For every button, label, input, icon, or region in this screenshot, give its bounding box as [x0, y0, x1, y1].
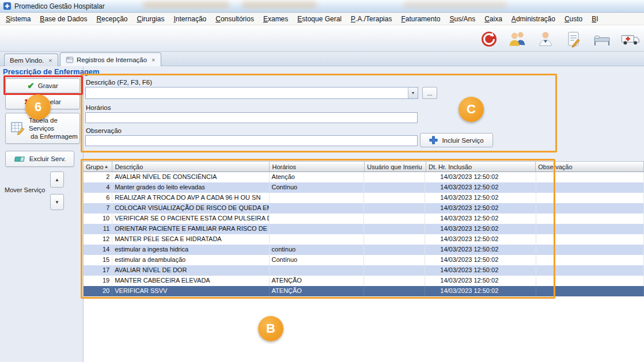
annotation-orange-box-form	[81, 74, 557, 153]
hospital-bed-icon[interactable]	[592, 29, 612, 49]
menubar: SistemaBase de DadosRecepçãoCirurgiasInt…	[0, 13, 644, 25]
app-icon	[3, 2, 12, 10]
table-icon	[10, 121, 25, 136]
menu-item-p-a-terapias[interactable]: P.A./Terapias	[346, 13, 396, 25]
excluir-servico-button[interactable]: Excluir Serv.	[5, 151, 74, 167]
menu-item-custo[interactable]: Custo	[560, 13, 587, 25]
patients-group-icon[interactable]	[507, 29, 528, 49]
menu-item-administra-o[interactable]: Administração	[507, 13, 560, 25]
menu-item-sus-ans[interactable]: Sus/Ans	[445, 13, 480, 25]
menu-item-caixa[interactable]: Caixa	[480, 13, 507, 25]
annotation-step-badge: 6	[25, 94, 51, 120]
excluir-servico-label: Excluir Serv.	[29, 155, 66, 162]
ambulance-icon[interactable]	[620, 29, 641, 49]
menu-item-estoque-geral[interactable]: Estoque Geral	[293, 13, 346, 25]
prescription-icon[interactable]	[563, 29, 584, 49]
tab-label: Registros de Internação	[77, 56, 147, 63]
registros-tab-icon	[66, 56, 74, 64]
menu-item-cirurgias[interactable]: Cirurgias	[132, 13, 169, 25]
move-down-button[interactable]: ▼	[50, 194, 64, 210]
tab-close-icon[interactable]: ×	[48, 57, 52, 64]
tab-bem-vindo[interactable]: Bem Vindo. ×	[4, 54, 58, 66]
annotation-label-c: C	[459, 97, 484, 122]
doctor-icon[interactable]	[535, 29, 556, 49]
tab-label: Bem Vindo.	[10, 57, 44, 64]
menu-item-exames[interactable]: Exames	[259, 13, 293, 25]
menu-item-consult-rios[interactable]: Consultórios	[211, 13, 259, 25]
annotation-red-box	[3, 75, 83, 95]
sync-icon[interactable]	[479, 29, 499, 49]
menu-item-interna-o[interactable]: Internação	[169, 13, 211, 25]
redacted-smudge	[143, 2, 229, 8]
arrow-down-icon: ▼	[55, 200, 59, 205]
annotation-label-b: B	[258, 316, 283, 341]
titlebar: Promedico Gestão Hospitalar	[0, 0, 644, 13]
menu-item-sistema[interactable]: Sistema	[1, 13, 35, 25]
redacted-smudge	[403, 2, 507, 8]
mover-servico-label: Mover Serviço	[5, 186, 45, 193]
tabela-servicos-label: Tabela de Serviços da Enfermagem	[29, 116, 79, 140]
window-title: Promedico Gestão Hospitalar	[14, 2, 105, 10]
move-up-button[interactable]: ▲	[50, 172, 64, 188]
annotation-orange-box-table	[81, 159, 555, 299]
menu-item-base-de-dados[interactable]: Base de Dados	[35, 13, 92, 25]
menu-item-faturamento[interactable]: Faturamento	[396, 13, 445, 25]
toolbar-icons	[476, 28, 643, 51]
redacted-smudge	[242, 2, 317, 8]
eraser-icon	[14, 155, 26, 163]
tab-close-icon[interactable]: ×	[151, 56, 155, 63]
menu-item-recep-o[interactable]: Recepção	[92, 13, 132, 25]
arrow-up-icon: ▲	[55, 177, 59, 182]
menu-item-bi[interactable]: BI	[587, 13, 603, 25]
tab-registros-internacao[interactable]: Registros de Internação ×	[60, 52, 161, 66]
